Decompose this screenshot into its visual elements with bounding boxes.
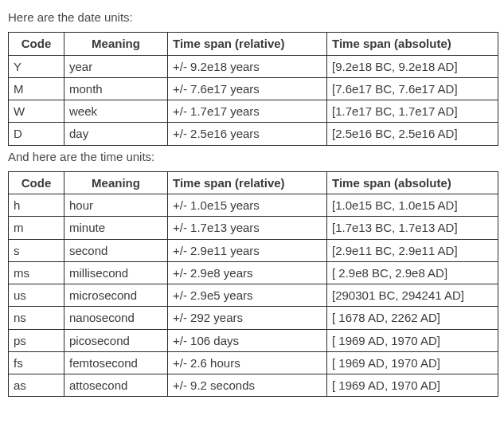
col-relative: Time span (relative) [168,33,327,55]
table-row: M month +/- 7.6e17 years [7.6e17 BC, 7.6… [9,77,498,100]
cell-code: s [9,239,64,261]
cell-relative: +/- 2.9e11 years [168,239,327,261]
table-row: ms millisecond +/- 2.9e8 years [ 2.9e8 B… [9,261,498,284]
cell-code: ns [9,307,64,329]
cell-code: fs [9,351,64,374]
cell-meaning: week [64,100,168,123]
table-header-row: Code Meaning Time span (relative) Time s… [9,171,498,194]
cell-relative: +/- 2.9e8 years [168,261,327,284]
col-code: Code [9,33,64,55]
table-row: Y year +/- 9.2e18 years [9.2e18 BC, 9.2e… [9,55,498,77]
cell-absolute: [1.0e15 BC, 1.0e15 AD] [327,194,498,217]
cell-code: W [9,100,64,123]
cell-relative: +/- 1.7e17 years [168,100,327,123]
cell-meaning: millisecond [64,261,168,284]
cell-absolute: [2.9e11 BC, 2.9e11 AD] [327,239,498,261]
cell-meaning: day [64,123,168,145]
cell-code: M [9,77,64,100]
cell-meaning: nanosecond [64,307,168,329]
cell-absolute: [ 1969 AD, 1970 AD] [327,351,498,374]
table-row: m minute +/- 1.7e13 years [1.7e13 BC, 1.… [9,217,498,239]
table-row: us microsecond +/- 2.9e5 years [290301 B… [9,284,498,307]
table-row: s second +/- 2.9e11 years [2.9e11 BC, 2.… [9,239,498,261]
cell-code: ms [9,261,64,284]
cell-code: Y [9,55,64,77]
table-row: h hour +/- 1.0e15 years [1.0e15 BC, 1.0e… [9,194,498,217]
col-relative: Time span (relative) [168,171,327,194]
cell-relative: +/- 2.5e16 years [168,123,327,145]
table-row: W week +/- 1.7e17 years [1.7e17 BC, 1.7e… [9,100,498,123]
col-absolute: Time span (absolute) [327,171,498,194]
cell-absolute: [290301 BC, 294241 AD] [327,284,498,307]
cell-code: m [9,217,64,239]
col-meaning: Meaning [64,171,168,194]
cell-code: as [9,374,64,397]
cell-relative: +/- 106 days [168,329,327,351]
time-units-table: Code Meaning Time span (relative) Time s… [8,171,498,398]
table-row: fs femtosecond +/- 2.6 hours [ 1969 AD, … [9,351,498,374]
cell-absolute: [7.6e17 BC, 7.6e17 AD] [327,77,498,100]
cell-meaning: minute [64,217,168,239]
date-units-table: Code Meaning Time span (relative) Time s… [8,32,498,145]
table-row: D day +/- 2.5e16 years [2.5e16 BC, 2.5e1… [9,123,498,145]
col-absolute: Time span (absolute) [327,33,498,55]
col-code: Code [9,171,64,194]
cell-meaning: attosecond [64,374,168,397]
table-row: ps picosecond +/- 106 days [ 1969 AD, 19… [9,329,498,351]
cell-relative: +/- 292 years [168,307,327,329]
cell-relative: +/- 1.7e13 years [168,217,327,239]
cell-absolute: [1.7e13 BC, 1.7e13 AD] [327,217,498,239]
cell-code: ps [9,329,64,351]
cell-absolute: [1.7e17 BC, 1.7e17 AD] [327,100,498,123]
cell-relative: +/- 9.2e18 years [168,55,327,77]
cell-meaning: femtosecond [64,351,168,374]
cell-meaning: year [64,55,168,77]
cell-relative: +/- 2.9e5 years [168,284,327,307]
date-units-body: Y year +/- 9.2e18 years [9.2e18 BC, 9.2e… [9,55,498,145]
col-meaning: Meaning [64,33,168,55]
cell-relative: +/- 7.6e17 years [168,77,327,100]
cell-meaning: picosecond [64,329,168,351]
cell-absolute: [ 1678 AD, 2262 AD] [327,307,498,329]
cell-absolute: [ 1969 AD, 1970 AD] [327,374,498,397]
intro-date-units: Here are the date units: [8,10,496,25]
cell-relative: +/- 1.0e15 years [168,194,327,217]
cell-meaning: second [64,239,168,261]
cell-code: h [9,194,64,217]
cell-absolute: [ 1969 AD, 1970 AD] [327,329,498,351]
cell-absolute: [2.5e16 BC, 2.5e16 AD] [327,123,498,145]
table-row: ns nanosecond +/- 292 years [ 1678 AD, 2… [9,307,498,329]
cell-relative: +/- 2.6 hours [168,351,327,374]
cell-relative: +/- 9.2 seconds [168,374,327,397]
cell-code: us [9,284,64,307]
cell-meaning: hour [64,194,168,217]
cell-meaning: microsecond [64,284,168,307]
table-header-row: Code Meaning Time span (relative) Time s… [9,33,498,55]
intro-time-units: And here are the time units: [8,149,496,165]
table-row: as attosecond +/- 9.2 seconds [ 1969 AD,… [9,374,498,397]
cell-meaning: month [64,77,168,100]
cell-code: D [9,123,64,145]
cell-absolute: [9.2e18 BC, 9.2e18 AD] [327,55,498,77]
cell-absolute: [ 2.9e8 BC, 2.9e8 AD] [327,261,498,284]
time-units-body: h hour +/- 1.0e15 years [1.0e15 BC, 1.0e… [9,194,498,397]
